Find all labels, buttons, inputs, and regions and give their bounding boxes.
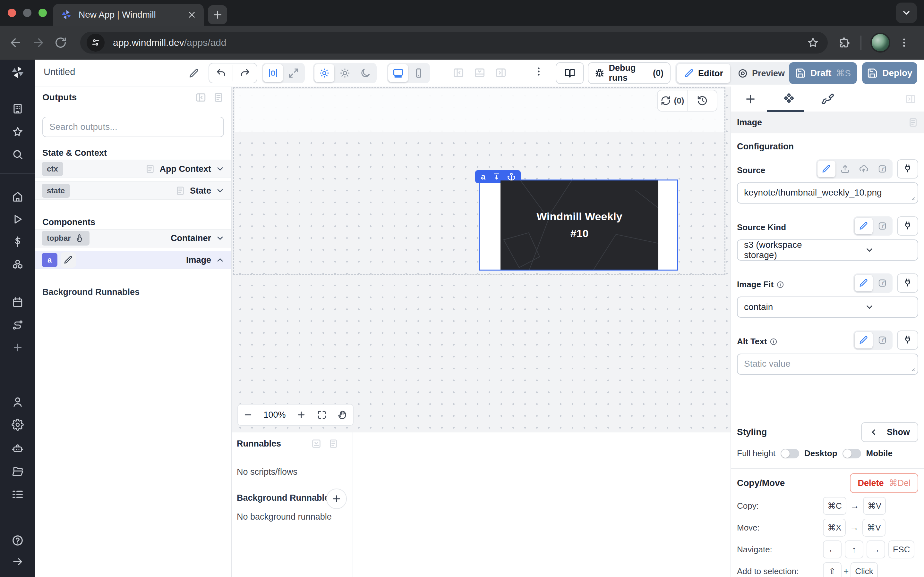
cloud-upload-icon[interactable]	[855, 161, 873, 177]
center-canvas-button[interactable]	[263, 64, 283, 82]
sidebar-variables-icon[interactable]	[11, 235, 24, 248]
tab-editor[interactable]: Editor	[677, 64, 730, 83]
fx-icon[interactable]: f	[873, 275, 891, 292]
sidebar-workers-icon[interactable]	[11, 442, 24, 455]
resize-handle-icon[interactable]	[909, 195, 916, 201]
tab-preview[interactable]: Preview	[730, 64, 792, 83]
redo-button[interactable]	[233, 64, 257, 82]
topbar-container-area[interactable]	[234, 89, 724, 132]
chevron-down-icon[interactable]	[216, 186, 225, 195]
component-doc-icon[interactable]	[908, 117, 918, 127]
bookmark-star-icon[interactable]	[807, 37, 819, 48]
deploy-button[interactable]: Deploy	[862, 62, 917, 84]
pan-hand-icon[interactable]	[337, 410, 347, 420]
state-badge[interactable]: state	[42, 184, 70, 198]
app-title[interactable]: Untitled	[44, 67, 75, 77]
sidebar-workflows-icon[interactable]	[11, 319, 24, 331]
image-component-a[interactable]: a Windmill Weekly #10	[479, 179, 678, 271]
styling-tab[interactable]	[808, 92, 846, 106]
toggle-right-panel-icon[interactable]	[495, 67, 507, 79]
full-height-mobile-toggle[interactable]	[843, 449, 861, 458]
address-bar[interactable]: app.windmill.dev/apps/add	[80, 32, 828, 53]
rename-pencil-icon[interactable]	[189, 68, 200, 79]
browser-menu-icon[interactable]	[899, 37, 909, 48]
sidebar-add-icon[interactable]	[12, 342, 23, 353]
insert-component-tab[interactable]	[731, 93, 770, 105]
sidebar-runs-icon[interactable]	[11, 213, 24, 226]
source-kind-select[interactable]: s3 (workspace storage)	[737, 239, 918, 261]
sidebar-help-icon[interactable]	[11, 534, 24, 547]
fx-icon[interactable]: f	[873, 161, 891, 177]
static-pencil-icon[interactable]	[855, 218, 873, 234]
static-pencil-icon[interactable]	[855, 332, 873, 348]
fx-icon[interactable]: f	[873, 332, 891, 348]
browser-tab[interactable]: New App | Windmill	[53, 4, 204, 26]
app-canvas[interactable]: (0) a	[232, 87, 730, 432]
profile-avatar[interactable]	[871, 33, 890, 53]
zoom-out-icon[interactable]	[243, 410, 253, 420]
tab-search-button[interactable]	[896, 3, 917, 23]
more-options-icon[interactable]	[533, 66, 544, 77]
minimize-window-button[interactable]	[23, 9, 31, 17]
reload-icon[interactable]	[49, 37, 72, 49]
history-button[interactable]	[687, 90, 717, 111]
sidebar-schedules-icon[interactable]	[11, 296, 24, 308]
sidebar-collapse-icon[interactable]	[12, 556, 23, 567]
fullscreen-button[interactable]	[284, 64, 304, 82]
theme-light-icon[interactable]	[335, 64, 355, 82]
add-background-runnable-button[interactable]	[326, 488, 347, 509]
image-fit-select[interactable]: contain	[737, 297, 918, 318]
draft-button[interactable]: Draft ⌘S	[789, 62, 857, 84]
connect-plug-icon[interactable]	[897, 159, 918, 179]
sidebar-favorites-icon[interactable]	[11, 126, 24, 138]
source-input[interactable]: keynote/thumbnail_weekly_10.png	[744, 187, 911, 198]
chevron-up-icon[interactable]	[216, 255, 225, 264]
chevron-down-icon[interactable]	[216, 164, 225, 173]
sidebar-logs-icon[interactable]	[11, 488, 24, 500]
toggle-bottom-panel-icon[interactable]	[473, 67, 486, 79]
static-pencil-icon[interactable]	[855, 275, 873, 292]
resize-handle-icon[interactable]	[909, 366, 916, 372]
search-outputs-input[interactable]	[49, 122, 217, 132]
toggle-left-panel-icon[interactable]	[452, 67, 465, 79]
show-styling-button[interactable]: Show	[861, 422, 918, 442]
outputs-doc-icon[interactable]	[213, 92, 224, 103]
zoom-window-button[interactable]	[39, 9, 47, 17]
back-icon[interactable]	[5, 36, 27, 49]
extensions-icon[interactable]	[838, 37, 851, 49]
connect-plug-icon[interactable]	[897, 330, 918, 350]
undo-button[interactable]	[209, 64, 233, 82]
component-row-topbar[interactable]: topbar Container	[35, 229, 231, 247]
site-settings-icon[interactable]	[87, 34, 105, 52]
sidebar-apps-icon[interactable]	[11, 103, 24, 115]
sidebar-settings-icon[interactable]	[11, 419, 24, 431]
alt-text-input[interactable]	[744, 359, 911, 370]
forward-icon[interactable]	[27, 36, 49, 49]
mobile-view-icon[interactable]	[409, 64, 429, 82]
desktop-view-icon[interactable]	[388, 64, 408, 82]
component-settings-tab[interactable]	[770, 92, 808, 106]
windmill-logo[interactable]	[10, 65, 25, 79]
zoom-in-icon[interactable]	[296, 410, 306, 420]
static-pencil-icon[interactable]	[817, 161, 835, 177]
topbar-badge[interactable]: topbar	[42, 231, 89, 245]
collapse-panel-icon[interactable]	[195, 92, 207, 103]
output-row-ctx[interactable]: ctx App Context	[35, 160, 231, 178]
runnables-doc-icon[interactable]	[328, 438, 338, 449]
window-controls[interactable]	[8, 9, 47, 17]
fit-view-icon[interactable]	[317, 410, 327, 420]
refresh-all-button[interactable]: (0)	[658, 90, 687, 111]
connect-plug-icon[interactable]	[897, 216, 918, 235]
theme-auto-icon[interactable]	[314, 64, 334, 82]
sidebar-home-icon[interactable]	[11, 190, 24, 203]
sidebar-search-icon[interactable]	[11, 148, 24, 161]
collapse-runnables-icon[interactable]	[311, 438, 322, 449]
theme-dark-icon[interactable]	[355, 64, 375, 82]
fx-icon[interactable]: f	[873, 218, 891, 234]
ctx-badge[interactable]: ctx	[42, 162, 63, 176]
collapse-right-panel-icon[interactable]	[905, 93, 916, 105]
debug-runs-button[interactable]: Debug runs (0)	[588, 62, 670, 84]
expand-down-icon[interactable]	[489, 172, 504, 181]
output-row-state[interactable]: state State	[35, 181, 231, 200]
component-row-a[interactable]: a Image	[35, 251, 231, 269]
